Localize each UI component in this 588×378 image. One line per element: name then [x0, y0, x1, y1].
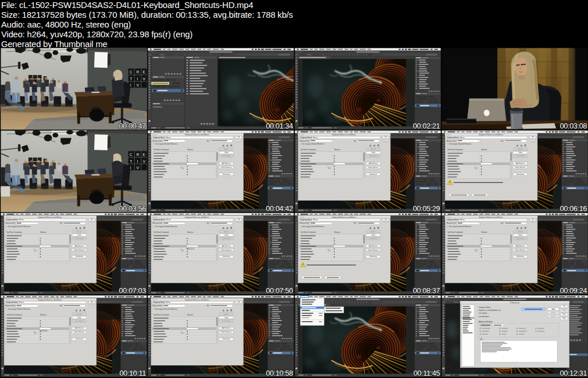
svg-text:00:07:50: 00:07:50 [266, 286, 293, 295]
svg-text:00:09:24: 00:09:24 [560, 286, 587, 295]
svg-text:2013-10-31: 2013-10-31 [187, 248, 195, 250]
svg-text:00:04:42: 00:04:42 [266, 204, 293, 213]
svg-text:Audio: aac, 48000 Hz, stereo (: Audio: aac, 48000 Hz, stereo (eng) [1, 20, 131, 29]
svg-text:00:03:56: 00:03:56 [119, 204, 146, 213]
svg-text:00:07:03: 00:07:03 [119, 286, 146, 295]
svg-text:Video: h264, yuv420p, 1280x720: Video: h264, yuv420p, 1280x720, 23.98 fp… [1, 29, 192, 39]
svg-text:00:10:11: 00:10:11 [119, 369, 146, 377]
svg-text:00:06:16: 00:06:16 [560, 204, 587, 213]
svg-text:00:11:45: 00:11:45 [413, 369, 440, 377]
svg-text:00:10:58: 00:10:58 [266, 369, 293, 377]
svg-text:00:00:47: 00:00:47 [119, 122, 146, 130]
svg-text:00:02:21: 00:02:21 [413, 122, 440, 130]
svg-text:File: cL-1502-PSW15D4SAS2-D4L0: File: cL-1502-PSW15D4SAS2-D4L01-Keyboard… [1, 0, 253, 10]
svg-text:00:12:31: 00:12:31 [560, 369, 587, 377]
svg-text:Generated by Thumbnail me: Generated by Thumbnail me [1, 39, 107, 49]
svg-text:00:05:29: 00:05:29 [413, 204, 440, 213]
svg-text:00:08:37: 00:08:37 [413, 286, 440, 295]
svg-text:00:01:34: 00:01:34 [266, 122, 293, 130]
svg-text:2013-08-09: 2013-08-09 [40, 330, 48, 332]
svg-text:00:03:08: 00:03:08 [560, 122, 587, 130]
svg-text:Size: 182137528 bytes (173.70: Size: 182137528 bytes (173.70 MiB), dura… [1, 10, 293, 20]
